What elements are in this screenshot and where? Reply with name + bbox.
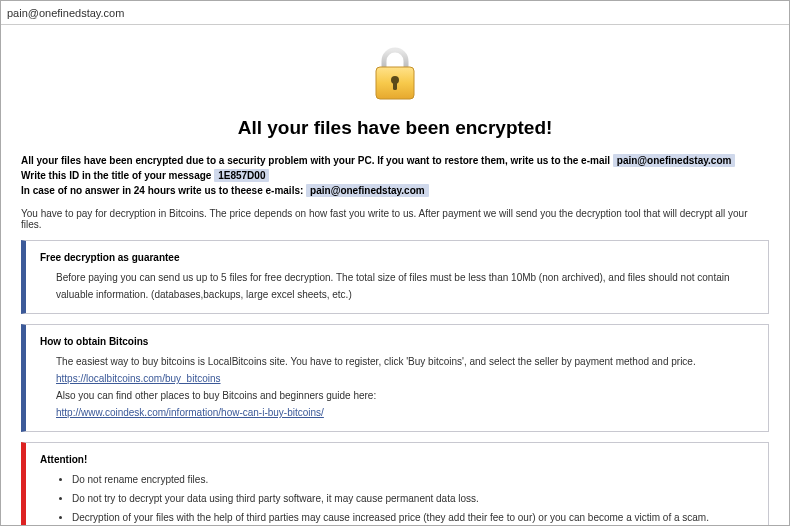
obtain-title: How to obtain Bitcoins (40, 333, 754, 350)
coindesk-link[interactable]: http://www.coindesk.com/information/how-… (56, 407, 324, 418)
obtain-body: The easiest way to buy bitcoins is Local… (40, 353, 754, 421)
content-scroll[interactable]: All your files have been encrypted! All … (1, 25, 789, 526)
obtain-box: How to obtain Bitcoins The easiest way t… (21, 324, 769, 432)
email-primary: pain@onefinedstay.com (613, 154, 736, 167)
message-id: 1E857D00 (214, 169, 269, 182)
page-title: All your files have been encrypted! (21, 117, 769, 139)
attention-box: Attention! Do not rename encrypted files… (21, 442, 769, 526)
payment-note: You have to pay for decryption in Bitcoi… (21, 208, 769, 230)
obtain-line2: Also you can find other places to buy Bi… (56, 387, 754, 404)
attention-list: Do not rename encrypted files. Do not tr… (40, 471, 754, 526)
intro-line2: Write this ID in the title of your messa… (21, 170, 214, 181)
localbitcoins-link[interactable]: https://localbitcoins.com/buy_bitcoins (56, 373, 221, 384)
email-secondary: pain@onefinedstay.com (306, 184, 429, 197)
obtain-line1: The easiest way to buy bitcoins is Local… (56, 353, 754, 370)
content-body: All your files have been encrypted! All … (1, 25, 789, 526)
attention-title: Attention! (40, 451, 754, 468)
window-title: pain@onefinedstay.com (7, 7, 124, 19)
guarantee-box: Free decryption as guarantee Before payi… (21, 240, 769, 314)
guarantee-title: Free decryption as guarantee (40, 249, 754, 266)
list-item: Do not try to decrypt your data using th… (72, 490, 754, 507)
intro-line3: In case of no answer in 24 hours write u… (21, 185, 306, 196)
guarantee-body: Before paying you can send us up to 5 fi… (40, 269, 754, 303)
svg-rect-2 (393, 81, 397, 90)
intro-paragraph: All your files have been encrypted due t… (21, 153, 769, 198)
list-item: Decryption of your files with the help o… (72, 509, 754, 526)
lock-icon (370, 45, 420, 107)
list-item: Do not rename encrypted files. (72, 471, 754, 488)
lock-icon-wrap (21, 37, 769, 111)
window-titlebar: pain@onefinedstay.com (1, 1, 789, 25)
intro-line1: All your files have been encrypted due t… (21, 155, 613, 166)
